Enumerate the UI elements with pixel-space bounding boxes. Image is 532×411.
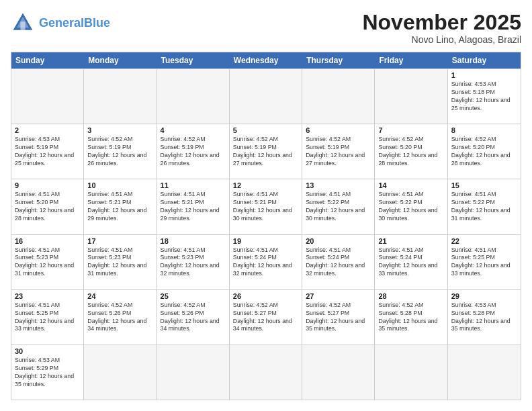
- day-number: 19: [233, 237, 298, 245]
- calendar-cell: 12Sunrise: 4:51 AM Sunset: 5:21 PM Dayli…: [230, 179, 302, 234]
- calendar-header: SundayMondayTuesdayWednesdayThursdayFrid…: [11, 52, 521, 68]
- header-day-friday: Friday: [375, 52, 447, 68]
- day-number: 8: [451, 126, 517, 134]
- day-info: Sunrise: 4:52 AM Sunset: 5:27 PM Dayligh…: [233, 302, 298, 334]
- page: GeneralBlue November 2025 Novo Lino, Ala…: [0, 0, 532, 411]
- day-info: Sunrise: 4:52 AM Sunset: 5:26 PM Dayligh…: [87, 302, 152, 334]
- svg-rect-2: [20, 21, 25, 30]
- calendar: SundayMondayTuesdayWednesdayThursdayFrid…: [11, 52, 521, 400]
- logo-text: GeneralBlue: [39, 16, 110, 30]
- calendar-cell: 27Sunrise: 4:52 AM Sunset: 5:27 PM Dayli…: [302, 290, 375, 345]
- day-info: Sunrise: 4:52 AM Sunset: 5:27 PM Dayligh…: [306, 302, 371, 334]
- title-block: November 2025 Novo Lino, Alagoas, Brazil: [362, 11, 521, 45]
- day-number: 20: [306, 237, 371, 245]
- day-info: Sunrise: 4:52 AM Sunset: 5:19 PM Dayligh…: [161, 136, 226, 168]
- calendar-cell: [302, 69, 375, 124]
- calendar-cell: 25Sunrise: 4:52 AM Sunset: 5:26 PM Dayli…: [157, 290, 230, 345]
- day-number: 4: [161, 126, 226, 134]
- day-number: 12: [233, 181, 298, 189]
- day-number: 6: [306, 126, 371, 134]
- header-day-sunday: Sunday: [11, 52, 84, 68]
- calendar-cell: 10Sunrise: 4:51 AM Sunset: 5:21 PM Dayli…: [84, 179, 157, 234]
- day-info: Sunrise: 4:52 AM Sunset: 5:19 PM Dayligh…: [233, 136, 298, 168]
- calendar-cell: 13Sunrise: 4:51 AM Sunset: 5:22 PM Dayli…: [302, 179, 375, 234]
- day-info: Sunrise: 4:51 AM Sunset: 5:20 PM Dayligh…: [15, 191, 80, 223]
- calendar-cell: [157, 69, 230, 124]
- day-info: Sunrise: 4:53 AM Sunset: 5:18 PM Dayligh…: [451, 81, 517, 113]
- day-info: Sunrise: 4:52 AM Sunset: 5:28 PM Dayligh…: [378, 302, 443, 334]
- day-number: 29: [451, 292, 517, 300]
- day-info: Sunrise: 4:51 AM Sunset: 5:24 PM Dayligh…: [233, 246, 298, 279]
- calendar-cell: [448, 345, 521, 400]
- day-number: 25: [161, 292, 226, 300]
- day-number: 10: [87, 181, 152, 189]
- day-number: 24: [87, 292, 152, 300]
- calendar-cell: 16Sunrise: 4:51 AM Sunset: 5:23 PM Dayli…: [11, 235, 84, 289]
- day-number: 18: [161, 237, 226, 245]
- day-number: 13: [306, 181, 371, 189]
- day-number: 27: [306, 292, 371, 300]
- day-number: 9: [15, 181, 80, 189]
- calendar-cell: [230, 69, 302, 124]
- calendar-cell: 17Sunrise: 4:51 AM Sunset: 5:23 PM Dayli…: [84, 235, 157, 289]
- day-info: Sunrise: 4:52 AM Sunset: 5:20 PM Dayligh…: [378, 136, 443, 168]
- month-title: November 2025: [362, 11, 521, 34]
- logo-blue: Blue: [84, 16, 110, 30]
- day-info: Sunrise: 4:51 AM Sunset: 5:24 PM Dayligh…: [306, 246, 371, 279]
- day-number: 22: [451, 237, 517, 245]
- day-number: 7: [378, 126, 443, 134]
- calendar-cell: 7Sunrise: 4:52 AM Sunset: 5:20 PM Daylig…: [375, 124, 447, 179]
- day-number: 11: [161, 181, 226, 189]
- day-number: 15: [451, 181, 517, 189]
- day-info: Sunrise: 4:51 AM Sunset: 5:22 PM Dayligh…: [378, 191, 443, 223]
- header-day-tuesday: Tuesday: [157, 52, 230, 68]
- day-info: Sunrise: 4:52 AM Sunset: 5:19 PM Dayligh…: [306, 136, 371, 168]
- header: GeneralBlue November 2025 Novo Lino, Ala…: [11, 11, 521, 45]
- day-number: 23: [15, 292, 80, 300]
- calendar-cell: [375, 69, 447, 124]
- day-info: Sunrise: 4:53 AM Sunset: 5:19 PM Dayligh…: [15, 136, 80, 168]
- day-info: Sunrise: 4:51 AM Sunset: 5:23 PM Dayligh…: [87, 246, 152, 279]
- calendar-cell: 14Sunrise: 4:51 AM Sunset: 5:22 PM Dayli…: [375, 179, 447, 234]
- calendar-cell: 5Sunrise: 4:52 AM Sunset: 5:19 PM Daylig…: [230, 124, 302, 179]
- calendar-cell: [84, 69, 157, 124]
- day-number: 1: [451, 71, 517, 79]
- calendar-cell: [302, 345, 375, 400]
- calendar-row-0: 1Sunrise: 4:53 AM Sunset: 5:18 PM Daylig…: [11, 68, 521, 124]
- day-number: 5: [233, 126, 298, 134]
- logo: GeneralBlue: [11, 11, 110, 35]
- day-number: 28: [378, 292, 443, 300]
- calendar-cell: 6Sunrise: 4:52 AM Sunset: 5:19 PM Daylig…: [302, 124, 375, 179]
- calendar-cell: 26Sunrise: 4:52 AM Sunset: 5:27 PM Dayli…: [230, 290, 302, 345]
- calendar-cell: 30Sunrise: 4:53 AM Sunset: 5:29 PM Dayli…: [11, 345, 84, 400]
- calendar-cell: 4Sunrise: 4:52 AM Sunset: 5:19 PM Daylig…: [157, 124, 230, 179]
- header-day-saturday: Saturday: [448, 52, 521, 68]
- day-number: 17: [87, 237, 152, 245]
- day-info: Sunrise: 4:51 AM Sunset: 5:21 PM Dayligh…: [161, 191, 226, 223]
- day-info: Sunrise: 4:52 AM Sunset: 5:20 PM Dayligh…: [451, 136, 517, 168]
- logo-icon: [11, 11, 35, 35]
- logo-general: General: [39, 16, 84, 30]
- day-number: 30: [15, 347, 80, 355]
- header-day-monday: Monday: [84, 52, 157, 68]
- day-info: Sunrise: 4:52 AM Sunset: 5:26 PM Dayligh…: [161, 302, 226, 334]
- calendar-cell: 8Sunrise: 4:52 AM Sunset: 5:20 PM Daylig…: [448, 124, 521, 179]
- day-info: Sunrise: 4:51 AM Sunset: 5:23 PM Dayligh…: [15, 246, 80, 279]
- calendar-cell: 1Sunrise: 4:53 AM Sunset: 5:18 PM Daylig…: [448, 69, 521, 124]
- calendar-cell: [157, 345, 230, 400]
- day-info: Sunrise: 4:51 AM Sunset: 5:22 PM Dayligh…: [306, 191, 371, 223]
- day-info: Sunrise: 4:51 AM Sunset: 5:21 PM Dayligh…: [233, 191, 298, 223]
- calendar-row-5: 30Sunrise: 4:53 AM Sunset: 5:29 PM Dayli…: [11, 345, 521, 400]
- day-number: 14: [378, 181, 443, 189]
- calendar-cell: 11Sunrise: 4:51 AM Sunset: 5:21 PM Dayli…: [157, 179, 230, 234]
- calendar-cell: [375, 345, 447, 400]
- calendar-cell: 15Sunrise: 4:51 AM Sunset: 5:22 PM Dayli…: [448, 179, 521, 234]
- header-day-wednesday: Wednesday: [230, 52, 302, 68]
- calendar-cell: 2Sunrise: 4:53 AM Sunset: 5:19 PM Daylig…: [11, 124, 84, 179]
- calendar-cell: 3Sunrise: 4:52 AM Sunset: 5:19 PM Daylig…: [84, 124, 157, 179]
- calendar-cell: 9Sunrise: 4:51 AM Sunset: 5:20 PM Daylig…: [11, 179, 84, 234]
- day-info: Sunrise: 4:51 AM Sunset: 5:23 PM Dayligh…: [161, 246, 226, 279]
- day-info: Sunrise: 4:53 AM Sunset: 5:28 PM Dayligh…: [451, 302, 517, 334]
- day-info: Sunrise: 4:51 AM Sunset: 5:22 PM Dayligh…: [451, 191, 517, 223]
- calendar-cell: 19Sunrise: 4:51 AM Sunset: 5:24 PM Dayli…: [230, 235, 302, 289]
